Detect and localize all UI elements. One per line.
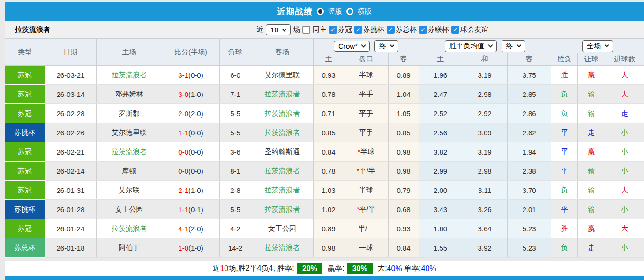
results-table: 类型 日期 主场 比分(半场) 角球 客场 Crow* 终 xyxy=(5,38,644,258)
type-badge: 苏挑杯 xyxy=(5,200,45,219)
table-row: 苏冠 26-02-21 拉茨流浪者 0-0(0-0) 3-6 圣约翰斯通 0.8… xyxy=(5,142,644,162)
lose-odds: 2.38 xyxy=(508,162,551,181)
win-odds: 1.55 xyxy=(419,238,462,258)
match-date: 26-01-28 xyxy=(45,200,97,219)
competition-filter-0: ✓ 苏冠 xyxy=(329,25,352,34)
odds-type-select[interactable]: 胜平负均值 xyxy=(445,40,497,52)
score: 4-1(2-0) xyxy=(162,219,220,238)
score: 0-0(0-0) xyxy=(162,142,220,162)
handicap-away-odds: 0.84 xyxy=(389,238,419,258)
handicap-away-odds: 0.89 xyxy=(389,66,419,85)
type-badge: 苏冠 xyxy=(5,104,45,123)
handicap-result: 输 xyxy=(578,104,605,123)
handicap-line: 半球 xyxy=(344,66,389,85)
bottom-accent-bar xyxy=(5,276,644,280)
type-badge: 苏冠 xyxy=(5,181,45,200)
recent-count-select[interactable]: 10 xyxy=(266,24,291,35)
page: 近期战绩 竖版 横版 拉茨流浪者 近 10 场 同主 ✓ 苏冠 ✓ 苏挑 xyxy=(0,0,644,280)
table-row: 苏冠 26-01-31 艾尔联 2-1(1-0) 2-8 拉茨流浪者 1.03 … xyxy=(5,181,644,200)
checkbox-checked-icon[interactable]: ✓ xyxy=(354,26,362,34)
lose-odds: 2.62 xyxy=(508,123,551,142)
result-scope-select[interactable]: 全场 xyxy=(582,40,613,52)
same-home-checkbox[interactable] xyxy=(302,26,310,34)
lose-odds: 5.23 xyxy=(508,219,551,238)
radio-vertical-selected-icon[interactable] xyxy=(317,8,324,15)
match-date: 26-01-31 xyxy=(45,181,97,200)
odds-period-select[interactable]: 终 xyxy=(502,40,525,52)
handicap-home-odds: 0.85 xyxy=(314,123,344,142)
halftime-score: (1-0) xyxy=(188,186,203,194)
radio-horizontal-icon[interactable] xyxy=(346,8,353,15)
handicap-star: * xyxy=(357,205,359,213)
win-odds: 2.99 xyxy=(419,162,462,181)
type-badge: 苏冠 xyxy=(5,162,45,181)
handicap-line: 平手 xyxy=(344,104,389,123)
layout-radio-group: 竖版 横版 xyxy=(317,7,372,16)
crow-period-select[interactable]: 终 xyxy=(374,40,398,52)
goals-result: 小 xyxy=(605,238,644,258)
fulltime-score: 2-1 xyxy=(178,186,188,194)
home-team: 女王公园 xyxy=(97,200,162,219)
checkbox-checked-icon[interactable]: ✓ xyxy=(387,26,395,34)
home-team: 拉茨流浪者 xyxy=(97,142,162,162)
handicap-away-odds: 0.85 xyxy=(389,123,419,142)
handicap-result: 走 xyxy=(578,123,605,142)
wdl-result: 负 xyxy=(551,181,578,200)
handicap-away-odds: 1.05 xyxy=(389,104,419,123)
match-date: 26-03-21 xyxy=(45,66,97,85)
type-badge: 苏冠 xyxy=(5,142,45,162)
wdl-result: 负 xyxy=(551,238,578,258)
handicap-result: 输 xyxy=(578,181,605,200)
wdl-result: 平 xyxy=(551,142,578,162)
draw-odds: 3.26 xyxy=(462,200,508,219)
wdl-result: 负 xyxy=(551,104,578,123)
sub-header-odd-draw: 和 xyxy=(462,53,508,66)
score: 3-0(1-0) xyxy=(162,85,220,104)
table-row: 苏冠 26-03-14 邓弗姆林 3-0(1-0) 7-1 拉茨流浪者 0.78… xyxy=(5,85,644,104)
corner-score: 5-5 xyxy=(220,104,251,123)
draw-odds: 2.98 xyxy=(462,162,508,181)
topbar: 近期战绩 竖版 横版 xyxy=(5,2,644,21)
handicap-away-odds: 0.98 xyxy=(389,142,419,162)
goals-result: 小 xyxy=(605,123,644,142)
home-team: 罗斯郡 xyxy=(97,104,162,123)
corner-score: 6-0 xyxy=(220,66,251,85)
col-header-type: 类型 xyxy=(5,39,45,66)
radio-vertical-label[interactable]: 竖版 xyxy=(328,7,342,16)
win-odds: 2.47 xyxy=(419,85,462,104)
summary-segment: 30% xyxy=(347,263,373,274)
home-team: 摩顿 xyxy=(97,162,162,181)
draw-odds: 3.19 xyxy=(462,142,508,162)
checkbox-checked-icon[interactable]: ✓ xyxy=(419,26,427,34)
fulltime-score: 1-1 xyxy=(178,129,188,137)
goals-result: 走 xyxy=(605,104,644,123)
handicap-home-odds: 1.02 xyxy=(314,200,344,219)
draw-odds: 3.09 xyxy=(462,123,508,142)
halftime-score: (0-1) xyxy=(188,206,203,214)
sub-header-crow-home: 主 xyxy=(314,53,344,66)
col-header-date: 日期 xyxy=(45,39,97,66)
draw-odds: 3.11 xyxy=(462,181,508,200)
chevron-down-icon xyxy=(517,43,521,48)
corner-score: 14-2 xyxy=(220,238,251,258)
summary-segment: 20% xyxy=(297,263,322,274)
summary-segment: 40% xyxy=(387,265,402,273)
checkbox-checked-icon[interactable]: ✓ xyxy=(329,26,337,34)
home-team: 艾尔联 xyxy=(97,181,162,200)
goals-result: 小 xyxy=(605,200,644,219)
bookmaker-select[interactable]: Crow* xyxy=(334,41,370,52)
fulltime-score: 3-1 xyxy=(178,71,188,79)
away-team: 拉茨流浪者 xyxy=(251,123,314,142)
home-team: 邓弗姆林 xyxy=(97,85,162,104)
goals-result: 大 xyxy=(605,66,644,85)
handicap-home-odds: 0.71 xyxy=(314,104,344,123)
checkbox-checked-icon[interactable]: ✓ xyxy=(451,26,459,34)
filter-bar: 拉茨流浪者 近 10 场 同主 ✓ 苏冠 ✓ 苏挑杯 ✓ 苏总杯 ✓ xyxy=(5,21,644,38)
handicap-home-odds: 0.93 xyxy=(314,66,344,85)
table-row: 苏冠 26-02-14 摩顿 0-0(0-0) 8-1 拉茨流浪者 0.78 *… xyxy=(5,162,644,181)
win-odds: 3.43 xyxy=(419,200,462,219)
sub-header-odd-away: 客 xyxy=(508,53,551,66)
away-team: 艾尔德里联 xyxy=(251,66,314,85)
table-row: 苏挑杯 26-01-28 女王公园 1-1(0-1) 5-5 拉茨流浪者 1.0… xyxy=(5,200,644,219)
radio-horizontal-label[interactable]: 横版 xyxy=(358,7,372,16)
